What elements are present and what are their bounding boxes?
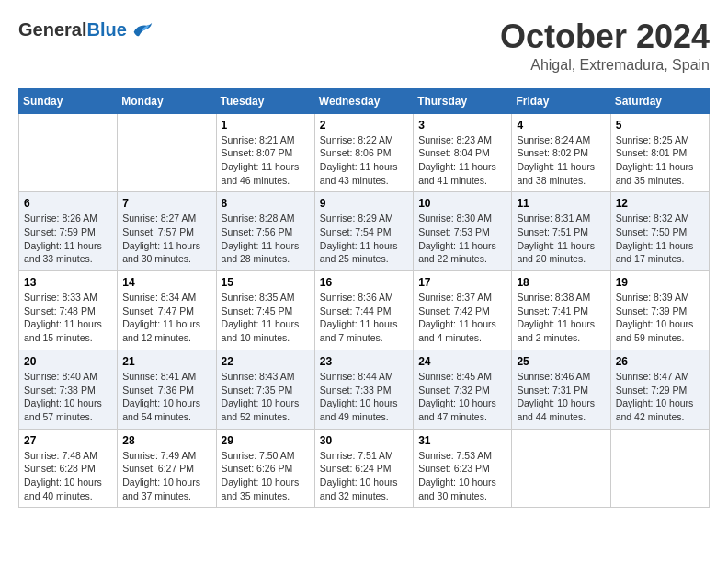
calendar-cell: 5Sunrise: 8:25 AMSunset: 8:01 PMDaylight… [610,113,709,192]
day-number: 18 [517,276,605,289]
calendar-cell: 26Sunrise: 8:47 AMSunset: 7:29 PMDayligh… [610,350,709,429]
day-number: 15 [222,276,310,289]
day-info: Sunrise: 8:37 AMSunset: 7:42 PMDaylight:… [418,291,506,345]
day-info: Sunrise: 8:23 AMSunset: 8:04 PMDaylight:… [418,133,506,188]
calendar-cell: 31Sunrise: 7:53 AMSunset: 6:23 PMDayligh… [414,429,512,508]
day-info: Sunrise: 8:34 AMSunset: 7:47 PMDaylight:… [122,291,210,345]
day-number: 19 [616,276,704,289]
calendar-cell: 9Sunrise: 8:29 AMSunset: 7:54 PMDaylight… [314,192,413,271]
day-info: Sunrise: 8:22 AMSunset: 8:06 PMDaylight:… [320,133,408,188]
day-info: Sunrise: 8:43 AMSunset: 7:35 PMDaylight:… [222,370,310,424]
day-number: 31 [418,434,506,447]
calendar-cell: 14Sunrise: 8:34 AMSunset: 7:47 PMDayligh… [118,271,216,350]
day-number: 26 [616,355,704,368]
day-number: 9 [320,197,408,210]
day-info: Sunrise: 8:45 AMSunset: 7:32 PMDaylight:… [418,370,506,424]
calendar-week-row: 6Sunrise: 8:26 AMSunset: 7:59 PMDaylight… [19,192,710,271]
day-number: 28 [122,434,210,447]
day-number: 17 [418,276,506,289]
logo: GeneralBlue [18,18,154,40]
calendar-cell: 11Sunrise: 8:31 AMSunset: 7:51 PMDayligh… [512,192,610,271]
calendar-week-row: 1Sunrise: 8:21 AMSunset: 8:07 PMDaylight… [19,113,710,192]
day-info: Sunrise: 8:31 AMSunset: 7:51 PMDaylight:… [517,212,605,266]
day-info: Sunrise: 8:32 AMSunset: 7:50 PMDaylight:… [616,212,704,266]
day-number: 13 [24,276,112,289]
day-number: 8 [222,197,310,210]
calendar-cell: 10Sunrise: 8:30 AMSunset: 7:53 PMDayligh… [414,192,512,271]
logo-bird-icon [129,18,154,40]
calendar-day-header: Sunday [19,88,118,113]
location-title: Ahigal, Extremadura, Spain [500,57,710,74]
day-info: Sunrise: 8:38 AMSunset: 7:41 PMDaylight:… [517,291,605,345]
day-number: 7 [122,197,210,210]
day-info: Sunrise: 8:25 AMSunset: 8:01 PMDaylight:… [616,133,704,188]
calendar-cell: 3Sunrise: 8:23 AMSunset: 8:04 PMDaylight… [414,113,512,192]
day-number: 20 [24,355,112,368]
day-info: Sunrise: 8:40 AMSunset: 7:38 PMDaylight:… [24,370,112,424]
day-number: 21 [122,355,210,368]
month-title: October 2024 [500,18,710,55]
logo-general-text: General [18,19,86,40]
calendar-cell: 6Sunrise: 8:26 AMSunset: 7:59 PMDaylight… [19,192,118,271]
day-number: 3 [418,119,506,132]
day-info: Sunrise: 7:53 AMSunset: 6:23 PMDaylight:… [418,449,506,503]
day-info: Sunrise: 8:35 AMSunset: 7:45 PMDaylight:… [222,291,310,345]
day-number: 22 [222,355,310,368]
day-info: Sunrise: 7:49 AMSunset: 6:27 PMDaylight:… [122,449,210,503]
calendar-cell: 28Sunrise: 7:49 AMSunset: 6:27 PMDayligh… [118,429,216,508]
calendar-cell: 17Sunrise: 8:37 AMSunset: 7:42 PMDayligh… [414,271,512,350]
day-number: 10 [418,197,506,210]
calendar-cell [512,429,610,508]
day-info: Sunrise: 8:21 AMSunset: 8:07 PMDaylight:… [222,133,310,188]
day-info: Sunrise: 7:50 AMSunset: 6:26 PMDaylight:… [222,449,310,503]
calendar-day-header: Friday [512,88,610,113]
day-info: Sunrise: 8:24 AMSunset: 8:02 PMDaylight:… [517,133,605,188]
day-number: 14 [122,276,210,289]
day-info: Sunrise: 8:36 AMSunset: 7:44 PMDaylight:… [320,291,408,345]
day-info: Sunrise: 8:33 AMSunset: 7:48 PMDaylight:… [24,291,112,345]
calendar-cell: 16Sunrise: 8:36 AMSunset: 7:44 PMDayligh… [314,271,413,350]
calendar-cell: 4Sunrise: 8:24 AMSunset: 8:02 PMDaylight… [512,113,610,192]
calendar-cell: 13Sunrise: 8:33 AMSunset: 7:48 PMDayligh… [19,271,118,350]
calendar-table: SundayMondayTuesdayWednesdayThursdayFrid… [18,88,710,509]
day-info: Sunrise: 8:29 AMSunset: 7:54 PMDaylight:… [320,212,408,266]
day-info: Sunrise: 7:51 AMSunset: 6:24 PMDaylight:… [320,449,408,503]
day-number: 1 [222,119,310,132]
calendar-cell: 12Sunrise: 8:32 AMSunset: 7:50 PMDayligh… [610,192,709,271]
calendar-cell [19,113,118,192]
calendar-cell: 22Sunrise: 8:43 AMSunset: 7:35 PMDayligh… [216,350,314,429]
day-number: 29 [222,434,310,447]
calendar-cell: 1Sunrise: 8:21 AMSunset: 8:07 PMDaylight… [216,113,314,192]
day-number: 23 [320,355,408,368]
day-info: Sunrise: 8:30 AMSunset: 7:53 PMDaylight:… [418,212,506,266]
day-number: 5 [616,119,704,132]
calendar-cell: 19Sunrise: 8:39 AMSunset: 7:39 PMDayligh… [610,271,709,350]
calendar-cell: 21Sunrise: 8:41 AMSunset: 7:36 PMDayligh… [118,350,216,429]
day-number: 16 [320,276,408,289]
calendar-day-header: Thursday [414,88,512,113]
calendar-cell: 8Sunrise: 8:28 AMSunset: 7:56 PMDaylight… [216,192,314,271]
calendar-cell [610,429,709,508]
calendar-header-row: SundayMondayTuesdayWednesdayThursdayFrid… [19,88,710,113]
calendar-cell: 7Sunrise: 8:27 AMSunset: 7:57 PMDaylight… [118,192,216,271]
calendar-day-header: Monday [118,88,216,113]
day-number: 24 [418,355,506,368]
calendar-cell: 27Sunrise: 7:48 AMSunset: 6:28 PMDayligh… [19,429,118,508]
day-info: Sunrise: 8:44 AMSunset: 7:33 PMDaylight:… [320,370,408,424]
calendar-week-row: 13Sunrise: 8:33 AMSunset: 7:48 PMDayligh… [19,271,710,350]
day-number: 25 [517,355,605,368]
calendar-day-header: Tuesday [216,88,314,113]
calendar-cell [118,113,216,192]
day-info: Sunrise: 8:27 AMSunset: 7:57 PMDaylight:… [122,212,210,266]
calendar-week-row: 27Sunrise: 7:48 AMSunset: 6:28 PMDayligh… [19,429,710,508]
day-number: 6 [24,197,112,210]
title-block: October 2024 Ahigal, Extremadura, Spain [500,18,710,74]
day-info: Sunrise: 8:46 AMSunset: 7:31 PMDaylight:… [517,370,605,424]
logo-blue-text: Blue [86,19,126,40]
day-info: Sunrise: 8:41 AMSunset: 7:36 PMDaylight:… [122,370,210,424]
page-header: GeneralBlue October 2024 Ahigal, Extrema… [18,18,710,74]
calendar-cell: 25Sunrise: 8:46 AMSunset: 7:31 PMDayligh… [512,350,610,429]
day-info: Sunrise: 8:47 AMSunset: 7:29 PMDaylight:… [616,370,704,424]
day-info: Sunrise: 8:28 AMSunset: 7:56 PMDaylight:… [222,212,310,266]
calendar-day-header: Saturday [610,88,709,113]
